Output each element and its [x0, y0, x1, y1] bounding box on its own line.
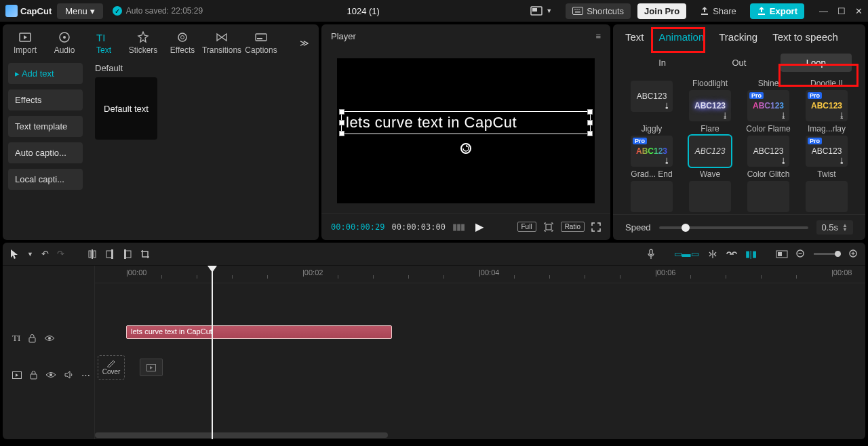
- mute-icon[interactable]: [64, 371, 73, 379]
- playhead[interactable]: [212, 266, 213, 439]
- play-button[interactable]: ▶: [475, 220, 484, 233]
- microphone-icon[interactable]: [647, 249, 655, 260]
- player-menu-icon[interactable]: ≡: [595, 31, 601, 41]
- download-icon[interactable]: ⭳: [663, 102, 671, 110]
- canvas-text-element[interactable]: lets curve text in CapCut: [341, 111, 591, 134]
- speed-slider[interactable]: [659, 226, 808, 229]
- animation-thumb[interactable]: ABC123Pro⭳: [747, 90, 789, 121]
- lock-icon[interactable]: [28, 334, 36, 343]
- animation-thumb[interactable]: ABC123Pro⭳: [806, 90, 848, 121]
- animation-thumb[interactable]: ABC123Pro⭳: [806, 136, 848, 167]
- inspector-tab-tts[interactable]: Text to speech: [772, 31, 838, 45]
- library-more-button[interactable]: ≫: [293, 34, 316, 52]
- scrollbar-thumb[interactable]: [95, 432, 388, 438]
- animation-thumb[interactable]: ABC123: [689, 136, 731, 167]
- visibility-icon[interactable]: [44, 335, 55, 342]
- resize-handle[interactable]: [587, 109, 593, 115]
- tab-audio[interactable]: Audio: [45, 28, 84, 58]
- fullscreen-button[interactable]: Full: [517, 222, 536, 232]
- tab-captions[interactable]: Captions: [241, 28, 281, 58]
- text-clip[interactable]: lets curve text in CapCut: [126, 325, 392, 339]
- expand-icon[interactable]: [591, 222, 601, 232]
- crop-reframe-icon[interactable]: [543, 222, 554, 232]
- cover-button[interactable]: Cover: [98, 355, 125, 380]
- inspector-tab-text[interactable]: Text: [625, 31, 644, 45]
- slider-knob[interactable]: [682, 224, 690, 232]
- tab-stickers[interactable]: Stickers: [123, 28, 163, 58]
- resize-handle[interactable]: [587, 131, 593, 136]
- animation-thumb[interactable]: [747, 181, 789, 212]
- download-icon[interactable]: ⭳: [838, 111, 846, 119]
- timeline-horizontal-scrollbar[interactable]: [95, 432, 865, 438]
- trim-left-icon[interactable]: [105, 249, 115, 260]
- menu-button[interactable]: Menu ▾: [57, 3, 103, 19]
- zoom-slider[interactable]: [814, 253, 841, 255]
- download-icon[interactable]: ⭳: [722, 111, 729, 119]
- download-icon[interactable]: ⭳: [780, 111, 787, 119]
- animation-thumb[interactable]: [806, 181, 848, 212]
- timeline-tracks[interactable]: |00:00|00:02|00:04|00:06|00:08 lets curv…: [95, 266, 865, 439]
- resize-handle[interactable]: [339, 109, 344, 115]
- resize-handle[interactable]: [587, 120, 593, 125]
- zoom-in-icon[interactable]: [849, 249, 859, 259]
- align-icon[interactable]: [707, 249, 718, 259]
- subtab-in[interactable]: In: [627, 54, 698, 72]
- download-icon[interactable]: ⭳: [780, 157, 787, 165]
- spinner-icon[interactable]: ▲▼: [842, 224, 848, 232]
- rotate-handle[interactable]: [460, 143, 471, 154]
- resize-handle[interactable]: [339, 131, 344, 136]
- undo-button[interactable]: ↶: [41, 249, 49, 259]
- levels-icon[interactable]: ▮▮▮: [452, 222, 465, 232]
- download-icon[interactable]: ⭳: [663, 157, 671, 165]
- animation-thumb[interactable]: ABC123⭳: [631, 81, 673, 112]
- zoom-slider-knob[interactable]: [835, 251, 841, 257]
- export-button[interactable]: Export: [750, 3, 804, 19]
- side-local-captions[interactable]: Local capti...: [8, 169, 83, 190]
- subtab-out[interactable]: Out: [703, 54, 774, 72]
- pointer-dropdown-icon[interactable]: ▼: [27, 251, 33, 258]
- side-text-template[interactable]: Text template: [8, 116, 83, 137]
- animation-thumb[interactable]: ABC123⭳: [689, 90, 731, 121]
- resize-handle[interactable]: [339, 120, 344, 125]
- crop-tool-icon[interactable]: [140, 249, 150, 259]
- split-tool-icon[interactable]: [87, 249, 97, 260]
- animation-thumb[interactable]: ABC123⭳: [747, 136, 789, 167]
- magnet-icon[interactable]: ▮|▮: [745, 249, 757, 259]
- preview-mode-icon[interactable]: [776, 250, 788, 258]
- lock-icon[interactable]: [30, 371, 37, 380]
- zoom-out-icon[interactable]: [796, 249, 806, 259]
- speed-value-box[interactable]: 0.5s ▲▼: [816, 220, 854, 235]
- tab-import[interactable]: Import: [5, 28, 45, 58]
- aspect-ratio-button[interactable]: ▼: [524, 3, 559, 18]
- shortcuts-button[interactable]: Shortcuts: [566, 3, 631, 19]
- minimize-button[interactable]: —: [819, 6, 828, 16]
- snap-toggle-icon[interactable]: ▭▬▭: [674, 249, 699, 259]
- maximize-button[interactable]: ☐: [837, 6, 846, 16]
- more-icon[interactable]: ⋯: [81, 370, 90, 380]
- pointer-tool-icon[interactable]: [9, 249, 19, 260]
- tab-transitions[interactable]: Transitions: [202, 28, 241, 58]
- animation-thumb[interactable]: ABC123Pro⭳: [631, 136, 673, 167]
- animation-thumb[interactable]: [689, 181, 731, 212]
- join-pro-button[interactable]: Join Pro: [637, 3, 686, 19]
- ratio-button[interactable]: Ratio: [561, 222, 585, 232]
- tab-text[interactable]: TI Text: [84, 28, 123, 58]
- tab-effects[interactable]: Effects: [163, 28, 202, 58]
- inspector-tab-tracking[interactable]: Tracking: [719, 31, 757, 45]
- trim-right-icon[interactable]: [123, 249, 132, 260]
- side-auto-captions[interactable]: Auto captio...: [8, 142, 83, 163]
- link-icon[interactable]: [726, 251, 737, 258]
- default-text-card[interactable]: Default text: [95, 77, 157, 140]
- inspector-tab-animation[interactable]: Animation: [659, 31, 705, 45]
- animation-thumb[interactable]: [631, 181, 673, 212]
- visibility-icon[interactable]: [45, 371, 56, 378]
- share-button[interactable]: Share: [693, 3, 743, 19]
- close-button[interactable]: ✕: [855, 6, 863, 16]
- side-effects[interactable]: Effects: [8, 89, 83, 110]
- player-stage[interactable]: lets curve text in CapCut: [337, 58, 595, 203]
- subtab-loop[interactable]: Loop: [781, 54, 852, 72]
- redo-button[interactable]: ↷: [57, 249, 64, 259]
- side-add-text[interactable]: Add text: [8, 63, 83, 84]
- media-placeholder[interactable]: [140, 359, 163, 376]
- download-icon[interactable]: ⭳: [838, 157, 846, 165]
